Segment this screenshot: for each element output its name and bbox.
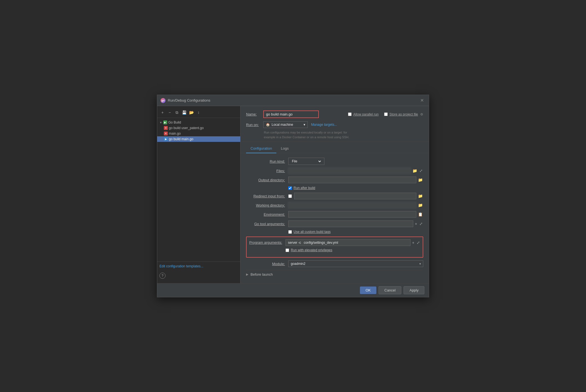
files-input[interactable] [288,168,411,174]
tree-item-user-patent[interactable]: ✕ go build user_patent.go [157,125,240,131]
cancel-button[interactable]: Cancel [379,286,401,294]
user-patent-icon: ✕ [164,126,168,130]
manage-targets-link[interactable]: Manage targets... [311,123,337,127]
go-tool-args-input[interactable] [288,220,413,227]
run-after-build-label-text: Run after build [294,186,315,190]
output-dir-label: Output directory: [246,178,285,182]
environment-row: Environment: 📋 [246,211,423,218]
files-expand-button[interactable]: ⤢ [419,168,423,174]
store-as-project-label-text: Store as project file [389,112,418,116]
environment-edit-button[interactable]: 📋 [417,212,423,217]
go-tool-args-add-button[interactable]: + [414,221,418,227]
run-after-build-checkbox-label[interactable]: Run after build [288,186,315,190]
tab-logs-label: Logs [281,146,289,150]
ok-button[interactable]: OK [360,287,376,294]
run-on-select[interactable]: 🏠 Local machine ▾ [263,121,308,128]
help-button[interactable]: ? [159,273,166,279]
close-button[interactable]: ✕ [419,97,425,104]
files-label: Files: [246,169,285,173]
files-browse-button[interactable]: 📁 [412,168,418,174]
output-dir-browse-button[interactable]: 📁 [417,177,423,183]
before-launch-section[interactable]: ▶ Before launch [246,270,423,279]
copy-config-button[interactable]: ⧉ [174,109,180,115]
program-args-input[interactable] [286,239,410,246]
allow-parallel-checkbox[interactable] [348,112,352,116]
run-on-field-label: Run on: [246,123,260,127]
run-on-value-text: Local machine [272,123,293,127]
right-top: Name: Allow parallel run [241,106,429,142]
allow-parallel-label: Allow parallel run [353,112,379,116]
redirect-input-browse-button[interactable]: 📁 [417,193,423,199]
save-config-button[interactable]: 💾 [181,109,187,115]
run-elevated-label[interactable]: Run with elevated privileges [286,248,332,252]
use-all-custom-build-tags-checkbox[interactable] [288,230,292,234]
program-args-expand-button[interactable]: ⤢ [416,240,420,245]
module-label: Module: [246,262,285,266]
go-tool-args-expand-button[interactable]: ⤢ [419,221,423,227]
output-dir-row: Output directory: 📁 [246,177,423,183]
environment-input-group: 📋 [288,211,423,218]
environment-input[interactable] [288,211,416,218]
redirect-input-field[interactable] [294,193,416,199]
tree-item-go-build-main[interactable]: ▶ go build main.go [157,136,240,142]
go-build-group-icon: ▶ [163,120,167,124]
working-dir-input[interactable] [288,202,416,208]
working-dir-browse-button[interactable]: 📁 [417,202,423,208]
user-patent-label: go build user_patent.go [169,126,204,130]
run-on-hint-line2: example in a Docker Container or on a re… [264,135,423,140]
redirect-input-checkbox[interactable] [288,194,292,198]
left-bottom-help: ? [157,270,240,281]
main-go-label: main.go [169,132,181,135]
store-as-project-checkbox-item[interactable]: Store as project file ⚙ [384,112,423,116]
group-chevron-icon: ▼ [159,121,162,124]
run-on-hint: Run configurations may be executed local… [264,130,423,139]
sort-config-button[interactable]: ↕ [196,109,202,115]
run-kind-select[interactable]: File Package Directory [288,158,324,165]
tree-item-main-go[interactable]: ✕ main.go [157,131,240,136]
go-build-main-icon: ▶ [164,137,168,141]
run-after-build-checkbox[interactable] [288,186,292,190]
apply-button[interactable]: Apply [404,286,424,294]
program-args-input-wrap: + ⤢ [286,239,420,246]
run-kind-select-input[interactable]: File Package Directory [291,159,322,164]
output-dir-input[interactable] [288,177,416,183]
module-select[interactable]: goadmin2 [288,260,423,267]
environment-label: Environment: [246,212,285,217]
go-tool-args-input-group: + ⤢ [288,220,423,227]
store-as-project-checkbox[interactable] [384,112,388,116]
run-on-row: Run on: 🏠 Local machine ▾ Manage targets… [246,121,423,128]
run-kind-row: Run kind: File Package Directory [246,158,423,165]
allow-parallel-checkbox-item[interactable]: Allow parallel run [348,112,379,116]
run-after-build-row: Run after build [246,186,423,190]
program-args-label: Program arguments: [249,239,282,245]
go-build-group-header[interactable]: ▼ ▶ Go Build [157,120,240,125]
redirect-input-label: Redirect input from: [246,194,285,198]
dialog-title: Run/Debug Configurations [168,98,210,102]
edit-templates-link[interactable]: Edit configuration templates... [159,264,203,268]
run-elevated-text: Run with elevated privileges [291,248,332,252]
move-config-button[interactable]: 📂 [188,109,194,115]
program-args-add-button[interactable]: + [412,240,415,245]
top-checkboxes: Allow parallel run Store as project file… [348,112,423,116]
run-elevated-row: Run with elevated privileges [249,248,420,252]
tab-logs[interactable]: Logs [276,144,293,153]
output-dir-input-group: 📁 [288,177,423,183]
run-kind-label: Run kind: [246,159,285,164]
use-all-custom-build-tags-label[interactable]: Use all custom build tags [288,230,330,234]
tab-configuration[interactable]: Configuration [246,144,276,153]
add-config-button[interactable]: + [159,109,166,115]
run-elevated-checkbox[interactable] [286,248,289,252]
run-on-hint-line1: Run configurations may be executed local… [264,130,423,135]
remove-config-button[interactable]: − [167,109,173,115]
title-bar-left: go Run/Debug Configurations [161,98,210,103]
local-machine-icon: 🏠 [266,123,270,127]
config-tree: ▼ ▶ Go Build ✕ go build user_patent.go ✕… [157,118,240,262]
name-field-label: Name: [246,112,260,116]
run-on-dropdown-icon: ▾ [304,123,305,127]
module-row: Module: goadmin2 ▾ [246,260,423,267]
redirect-input-group: 📁 [288,193,423,199]
module-select-wrap: goadmin2 ▾ [288,260,423,267]
files-row: Files: 📁 ⤢ [246,168,423,174]
program-args-row: Program arguments: + ⤢ [249,239,420,246]
name-input-field[interactable] [263,110,319,118]
